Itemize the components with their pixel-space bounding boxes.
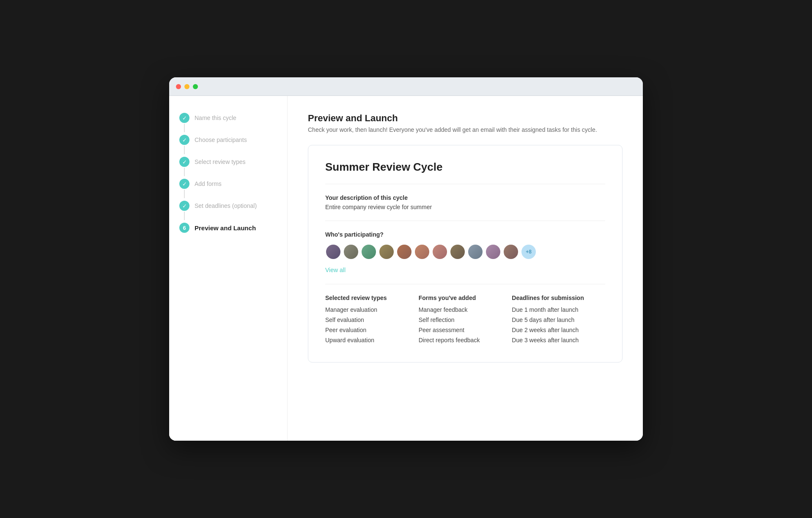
page-subtitle: Check your work, then launch! Everyone y… — [308, 126, 623, 133]
maximize-button[interactable] — [193, 84, 198, 89]
col-header-deadlines: Deadlines for submission — [512, 294, 605, 301]
avatars-row: +8 — [325, 244, 605, 260]
divider-3 — [325, 284, 605, 284]
row-4-form: Direct reports feedback — [419, 337, 512, 344]
page-title: Preview and Launch — [308, 113, 623, 124]
sidebar-item-set-deadlines[interactable]: ✓ Set deadlines (optional) — [179, 201, 277, 211]
step-5-label: Set deadlines (optional) — [195, 202, 257, 209]
description-label: Your description of this cycle — [325, 194, 605, 201]
avatar-7 — [432, 244, 448, 260]
avatar-6 — [414, 244, 430, 260]
avatar-5 — [396, 244, 412, 260]
sidebar-item-name-cycle[interactable]: ✓ Name this cycle — [179, 113, 277, 123]
row-3-deadline: Due 2 weeks after launch — [512, 327, 605, 333]
main-content: Preview and Launch Check your work, then… — [288, 96, 643, 441]
sidebar-item-review-types[interactable]: ✓ Select review types — [179, 157, 277, 167]
table-row: Upward evaluation Direct reports feedbac… — [325, 337, 605, 344]
step-4-icon: ✓ — [179, 179, 189, 189]
sidebar: ✓ Name this cycle ✓ Choose participants … — [169, 96, 288, 441]
row-4-type: Upward evaluation — [325, 337, 419, 344]
step-3-label: Select review types — [195, 158, 246, 165]
divider-2 — [325, 221, 605, 221]
step-6-label: Preview and Launch — [195, 224, 256, 232]
row-3-form: Peer assessment — [419, 327, 512, 333]
review-table-header: Selected review types Forms you've added… — [325, 294, 605, 301]
title-bar — [169, 77, 643, 96]
avatar-9 — [467, 244, 483, 260]
avatar-2 — [343, 244, 359, 260]
step-6-icon: 6 — [179, 223, 189, 233]
minimize-button[interactable] — [184, 84, 189, 89]
avatar-3 — [361, 244, 377, 260]
sidebar-item-add-forms[interactable]: ✓ Add forms — [179, 179, 277, 189]
row-4-deadline: Due 3 weeks after launch — [512, 337, 605, 344]
avatar-10 — [485, 244, 501, 260]
table-row: Manager evaluation Manager feedback Due … — [325, 306, 605, 313]
row-2-deadline: Due 5 days after launch — [512, 316, 605, 323]
step-3-icon: ✓ — [179, 157, 189, 167]
row-1-type: Manager evaluation — [325, 306, 419, 313]
row-2-type: Self evaluation — [325, 316, 419, 323]
view-all-link[interactable]: View all — [325, 267, 346, 273]
avatar-11 — [503, 244, 519, 260]
sidebar-item-choose-participants[interactable]: ✓ Choose participants — [179, 135, 277, 145]
row-1-deadline: Due 1 month after launch — [512, 306, 605, 313]
divider-1 — [325, 184, 605, 184]
row-1-form: Manager feedback — [419, 306, 512, 313]
review-table: Selected review types Forms you've added… — [325, 294, 605, 344]
window-body: ✓ Name this cycle ✓ Choose participants … — [169, 96, 643, 441]
step-2-label: Choose participants — [195, 136, 247, 143]
step-2-icon: ✓ — [179, 135, 189, 145]
col-header-forms: Forms you've added — [419, 294, 512, 301]
sidebar-item-preview-launch[interactable]: 6 Preview and Launch — [179, 223, 277, 233]
description-value: Entire company review cycle for summer — [325, 204, 605, 210]
preview-card: Summer Review Cycle Your description of … — [308, 145, 623, 363]
row-2-form: Self reflection — [419, 316, 512, 323]
step-1-icon: ✓ — [179, 113, 189, 123]
row-3-type: Peer evaluation — [325, 327, 419, 333]
participants-label: Who's participating? — [325, 231, 605, 238]
close-button[interactable] — [176, 84, 181, 89]
app-window: ✓ Name this cycle ✓ Choose participants … — [169, 77, 643, 441]
avatar-4 — [379, 244, 395, 260]
step-1-label: Name this cycle — [195, 115, 236, 121]
avatar-1 — [325, 244, 341, 260]
step-5-icon: ✓ — [179, 201, 189, 211]
table-row: Self evaluation Self reflection Due 5 da… — [325, 316, 605, 323]
avatar-more: +8 — [521, 244, 537, 260]
step-4-label: Add forms — [195, 180, 222, 187]
col-header-types: Selected review types — [325, 294, 419, 301]
cycle-title: Summer Review Cycle — [325, 161, 605, 174]
table-row: Peer evaluation Peer assessment Due 2 we… — [325, 327, 605, 333]
avatar-8 — [450, 244, 466, 260]
